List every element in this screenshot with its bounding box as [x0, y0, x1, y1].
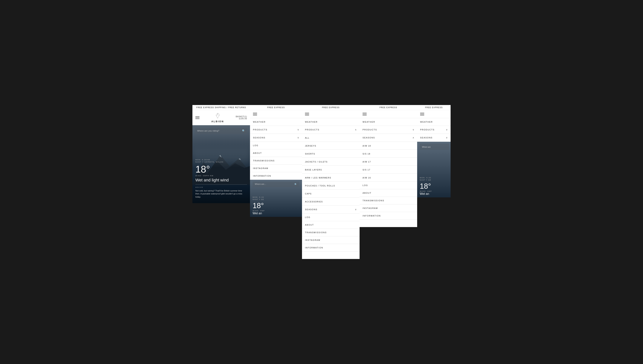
menu-item-information-2[interactable]: INFORMATION [250, 172, 302, 180]
submenu-aw18[interactable]: A/W 18 [360, 142, 417, 150]
search-partial-5[interactable]: Where are [420, 144, 449, 150]
menu-label-seasons-2: SEASONS [253, 136, 265, 139]
menu-footer-4 [360, 220, 417, 227]
albion-logo-icon [211, 112, 224, 120]
menu-item-log-4[interactable]: LOG [360, 182, 417, 189]
submenu-jackets[interactable]: JACKETS / GILETS [302, 158, 360, 166]
menu-item-about-4[interactable]: ABOUT [360, 189, 417, 197]
chevron-seasons-2: ∨ [297, 136, 299, 139]
menu-item-transmissions-2[interactable]: TRANSMISSIONS [250, 157, 302, 164]
menu-label-instagram-3: INSTAGRAM [305, 239, 320, 241]
submenu-label-ss18: S/S 18 [363, 153, 370, 155]
menu-item-about-2[interactable]: ABOUT [250, 149, 302, 157]
search-bar[interactable]: Where are you riding? 🔍 [195, 128, 247, 134]
menu-label-about-4: ABOUT [363, 192, 372, 194]
menu-item-instagram-3[interactable]: INSTAGRAM [302, 236, 360, 244]
menu-item-seasons-2[interactable]: SEASONS ∨ [250, 134, 302, 142]
menu-item-seasons-3[interactable]: SEASONS ∨ [302, 206, 360, 214]
submenu-ss17[interactable]: S/S 17 [360, 166, 417, 174]
menu-hamburger-4[interactable] [363, 113, 367, 116]
submenu-aw17[interactable]: A/W 17 [360, 158, 417, 166]
menu-hamburger-2[interactable] [253, 113, 257, 116]
menu-item-transmissions-4[interactable]: TRANSMISSIONS [360, 197, 417, 204]
menu-label-about-2: ABOUT [253, 152, 262, 154]
submenu-accessories[interactable]: ACCESSORIES [302, 198, 360, 206]
menu-item-products-4[interactable]: PRODUCTS ∨ [360, 126, 417, 134]
advice-section: ADVICE Not cold, but raining? That'll be… [195, 186, 247, 200]
menu-item-transmissions-3[interactable]: TRANSMISSIONS [302, 229, 360, 236]
menu-label-products-5: PRODUCTS [420, 128, 435, 131]
menu-label-seasons-4: SEASONS [363, 136, 375, 139]
screen-2: FREE EXPRESS WEATHER PRODUCTS ∨ SEASONS … [250, 105, 302, 217]
weather-info: MON: 8.30AM NANT Y GERWYN, WALES 18° WIN… [192, 156, 250, 203]
screen-3: FREE EXPRESS WEATHER PRODUCTS ∧ ALL JERS… [302, 105, 360, 259]
menu-item-products-5[interactable]: PRODUCTS ∨ [417, 126, 451, 134]
menu-label-log-2: LOG [253, 144, 258, 146]
menu-item-information-4[interactable]: INFORMATION [360, 212, 417, 220]
menu-item-products-3[interactable]: PRODUCTS ∧ [302, 126, 360, 134]
menu-item-weather-4[interactable]: WEATHER [360, 118, 417, 126]
hamburger-icon[interactable] [195, 116, 199, 119]
submenu-all[interactable]: ALL [302, 134, 360, 142]
menu-item-weather-3[interactable]: WEATHER [302, 118, 360, 126]
menu-item-weather-2[interactable]: WEATHER [250, 118, 302, 126]
submenu-label-aw17: A/W 17 [363, 161, 371, 163]
menu-header-5 [417, 110, 451, 118]
menu-item-about-3[interactable]: ABOUT [302, 221, 360, 229]
chevron-seasons-4: ∧ [413, 136, 414, 139]
submenu-ss18[interactable]: S/S 18 [360, 150, 417, 158]
menu-item-log-2[interactable]: LOG [250, 142, 302, 149]
submenu-label-accessories: ACCESSORIES [305, 200, 323, 203]
search-icon[interactable]: 🔍 [242, 129, 245, 132]
submenu-pouches[interactable]: POUCHES / TOOL ROLLS [302, 182, 360, 190]
submenu-arm-leg[interactable]: ARM / LEG WARMERS [302, 174, 360, 182]
menu-item-information-3[interactable]: INFORMATION [302, 244, 360, 252]
menu-label-instagram-4: INSTAGRAM [363, 207, 378, 209]
submenu-label-arm-leg: ARM / LEG WARMERS [305, 176, 331, 179]
menu-footer-3 [302, 252, 360, 259]
search-bar-partial-2[interactable]: Where are... 🔍 [253, 182, 299, 187]
screen-1: FREE EXPRESS SHIPPING / FREE RETURNS ALB… [192, 105, 250, 203]
weather-partial-2: MON: 8.30 NANT Y GE 18° WIND: 5MP Wet an [253, 196, 265, 215]
menu-label-products-2: PRODUCTS [253, 128, 267, 131]
menu-label-weather-5: WEATHER [420, 121, 433, 123]
submenu-base-layers[interactable]: BASE LAYERS [302, 166, 360, 174]
menu-item-instagram-4[interactable]: INSTAGRAM [360, 204, 417, 212]
menu-label-transmissions-3: TRANSMISSIONS [305, 231, 327, 234]
submenu-label-aw16: A/W 16 [363, 176, 371, 179]
menu-item-products-2[interactable]: PRODUCTS ∨ [250, 126, 302, 134]
submenu-aw16[interactable]: A/W 16 [360, 174, 417, 182]
menu-header-4 [360, 110, 417, 118]
advice-text: Not cold, but raining? That'll be Britis… [195, 189, 247, 198]
app-header: ALBION BASKET(1) £105.00 [192, 110, 250, 125]
hero-section: Where are you riding? 🔍 MON: 8.30AM NANT… [192, 125, 250, 203]
promo-bar-1: FREE EXPRESS SHIPPING / FREE RETURNS [192, 105, 250, 110]
chevron-products-4: ∨ [413, 128, 414, 131]
menu-hamburger-5[interactable] [420, 113, 424, 116]
temperature: 18° [195, 164, 247, 174]
menu-item-log-3[interactable]: LOG [302, 214, 360, 221]
menu-label-seasons-3: SEASONS [305, 208, 317, 210]
logo-text: ALBION [211, 120, 224, 123]
weather-description: Wet and light wind [195, 178, 247, 182]
menu-item-weather-5[interactable]: WEATHER [417, 118, 451, 126]
menu-label-information-2: INFORMATION [253, 175, 271, 177]
chevron-products-2: ∨ [297, 128, 299, 131]
menu-item-seasons-4[interactable]: SEASONS ∧ [360, 134, 417, 142]
menu-label-transmissions-4: TRANSMISSIONS [363, 200, 384, 202]
submenu-label-base-layers: BASE LAYERS [305, 169, 322, 171]
submenu-shorts[interactable]: SHORTS [302, 150, 360, 158]
submenu-caps[interactable]: CAPS [302, 190, 360, 198]
submenu-jerseys[interactable]: JERSEYS [302, 142, 360, 150]
wind-info: WIND: 5MPH NW [195, 175, 247, 176]
menu-header-2 [250, 110, 302, 118]
menu-label-log-4: LOG [363, 184, 368, 186]
menu-item-instagram-2[interactable]: INSTAGRAM [250, 164, 302, 172]
chevron-products-5: ∨ [446, 128, 448, 131]
logo-area: ALBION [211, 112, 224, 123]
menu-item-seasons-5[interactable]: SEASONS ∨ [417, 134, 451, 142]
location: NANT Y GERWYN, WALES [195, 161, 247, 163]
menu-hamburger-3[interactable] [305, 113, 309, 116]
screen-4: FREE EXPRESS WEATHER PRODUCTS ∨ SEASONS … [360, 105, 417, 227]
basket-info[interactable]: BASKET(1) £105.00 [236, 116, 247, 120]
